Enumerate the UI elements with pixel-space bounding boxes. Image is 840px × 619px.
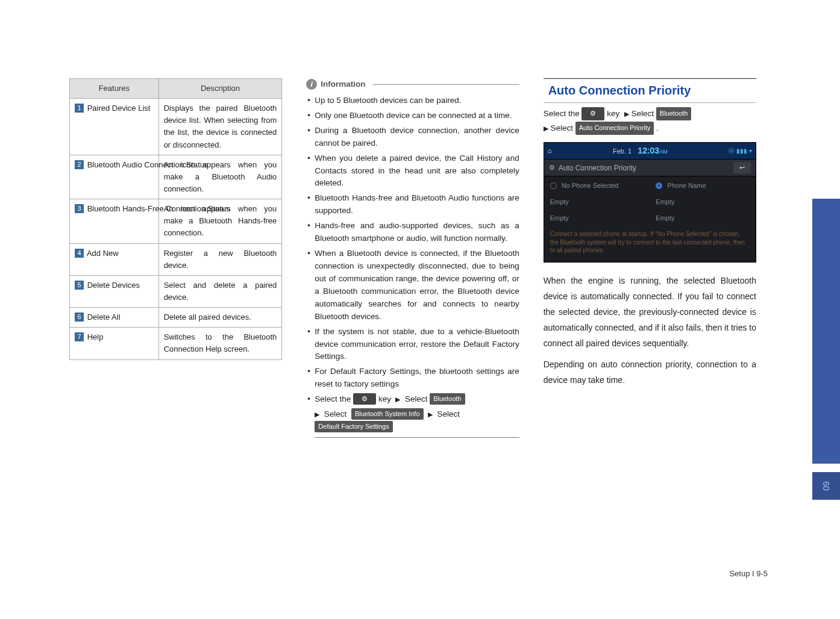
row-number-4: 4 [75, 249, 84, 258]
info-icon: i [306, 79, 317, 90]
row-number-3: 3 [75, 204, 84, 213]
default-factory-settings-pill: Default Factory Settings [315, 421, 392, 432]
table-row: 3 Bluetooth Hands-Free Connection Status… [70, 199, 282, 243]
screen-hint-text: Connect a selected phone at startup. If … [544, 226, 756, 261]
feature-desc: Switches to the Bluetooth Connection Hel… [158, 328, 282, 359]
feature-name: Add New [87, 249, 119, 258]
feature-desc: Register a new Bluetooth device. [158, 243, 282, 275]
screen-preview: Feb. 1 12:03AM ⓔ ▮▮▮ ▾ Auto Connection P… [544, 142, 756, 263]
option-no-phone-selected[interactable]: No Phone Selected [544, 178, 650, 194]
feature-name: Bluetooth Hands-Free Connection Status [87, 203, 154, 215]
info-item: Up to 5 Bluetooth devices can be paired. [306, 95, 519, 107]
auto-connection-column: Auto Connection Priority Select the key … [544, 78, 756, 440]
feature-name: Delete Devices [87, 281, 140, 290]
info-item: If the system is not stable, due to a ve… [306, 326, 519, 364]
option-empty[interactable]: Empty [650, 210, 756, 226]
divider [373, 84, 519, 85]
feature-name: Paired Device List [87, 102, 151, 114]
section-title: Auto Connection Priority [544, 78, 756, 103]
col-header-description: Description [158, 79, 282, 99]
table-row: 6 Delete All Delete all paired devices. [70, 308, 282, 328]
bluetooth-system-info-pill: Bluetooth System Info [351, 408, 424, 420]
radio-off-icon [550, 182, 557, 189]
info-item: When a Bluetooth device is connected, if… [306, 247, 519, 323]
screen-title: Auto Connection Priority [559, 163, 636, 174]
row-number-5: 5 [75, 281, 84, 290]
screen-status-bar: Feb. 1 12:03AM ⓔ ▮▮▮ ▾ [544, 143, 756, 160]
option-empty[interactable]: Empty [544, 194, 650, 210]
info-list: Up to 5 Bluetooth devices can be paired.… [306, 95, 519, 438]
row-number-7: 7 [75, 332, 84, 341]
body-paragraph: When the engine is running, the selected… [544, 273, 756, 351]
info-item: Only one Bluetooth device can be connect… [306, 110, 519, 122]
table-row: 2 Bluetooth Audio Connection Status An i… [70, 155, 282, 199]
info-item: Hands-free and audio-supported devices, … [306, 220, 519, 245]
home-icon[interactable] [548, 146, 552, 156]
gear-key-icon [353, 393, 376, 405]
feature-name: Help [87, 332, 104, 341]
info-title: Information [321, 78, 365, 91]
feature-name: Bluetooth Audio Connection Status [87, 159, 154, 171]
info-item: During a Bluetooth device connection, an… [306, 125, 519, 150]
bluetooth-pill: Bluetooth [656, 107, 691, 120]
table-row: 7 Help Switches to the Bluetooth Connect… [70, 328, 282, 359]
nav-path: Select the key ▶ Select Bluetooth ▶ Sele… [544, 107, 756, 136]
information-column: i Information Up to 5 Bluetooth devices … [306, 78, 519, 440]
screen-date: Feb. 1 12:03AM [613, 145, 668, 158]
info-item: When you delete a paired device, the Cal… [306, 152, 519, 190]
feature-desc: Delete all paired devices. [158, 308, 282, 328]
gear-key-icon [581, 107, 604, 120]
option-phone-name[interactable]: Phone Name [650, 178, 756, 194]
features-table-column: Features Description 1 Paired Device Lis… [69, 78, 282, 440]
table-row: 5 Delete Devices Select and delete a pai… [70, 275, 282, 307]
col-header-features: Features [70, 79, 159, 99]
row-number-2: 2 [75, 160, 84, 169]
page-footer: Setup I 9-5 [729, 569, 768, 578]
bluetooth-pill: Bluetooth [430, 393, 465, 405]
feature-desc: Select and delete a paired device. [158, 275, 282, 307]
feature-desc: An icon appears when you make a Bluetoot… [158, 199, 282, 243]
option-empty[interactable]: Empty [544, 210, 650, 226]
feature-name: Delete All [87, 313, 121, 322]
back-button[interactable] [733, 162, 751, 173]
auto-connection-priority-pill: Auto Connection Priority [575, 122, 654, 135]
feature-desc: Displays the paired Bluetooth device lis… [158, 99, 282, 155]
table-row: 4 Add New Register a new Bluetooth devic… [70, 243, 282, 275]
gear-icon [549, 163, 555, 173]
row-number-6: 6 [75, 313, 84, 322]
feature-desc: An icon appears when you make a Bluetoot… [158, 155, 282, 199]
info-item: Bluetooth Hands-free and Bluetooth Audio… [306, 192, 519, 217]
signal-icons: ⓔ ▮▮▮ ▾ [729, 146, 752, 156]
info-item: For Default Factory Settings, the blueto… [306, 365, 519, 391]
features-table: Features Description 1 Paired Device Lis… [69, 78, 282, 360]
option-empty[interactable]: Empty [650, 194, 756, 210]
section-page-number: 09 [812, 472, 840, 500]
row-number-1: 1 [75, 104, 84, 113]
section-side-tab [812, 199, 840, 464]
screen-title-bar: Auto Connection Priority [544, 159, 756, 176]
info-item-path: Select the key ▶ Select Bluetooth ▶ Sele… [306, 393, 519, 438]
body-paragraph: Depending on auto connection priority, c… [544, 357, 756, 388]
radio-on-icon [656, 182, 662, 189]
table-row: 1 Paired Device List Displays the paired… [70, 99, 282, 155]
